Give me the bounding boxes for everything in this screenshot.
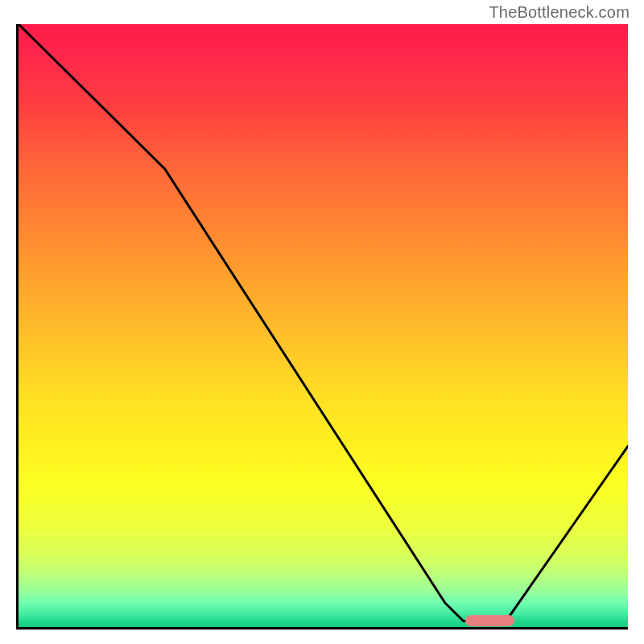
chart-plot-area — [16, 24, 628, 630]
watermark-text: TheBottleneck.com — [489, 3, 630, 22]
optimal-range-marker — [465, 615, 514, 626]
bottleneck-curve-path — [19, 24, 628, 621]
chart-curve-svg — [19, 24, 628, 627]
